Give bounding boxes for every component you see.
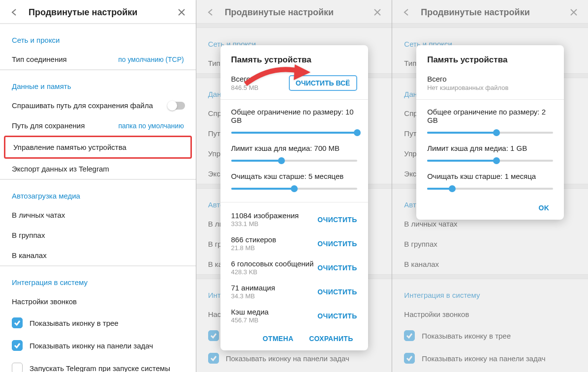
- page-title-dim: Продвинутые настройки: [225, 7, 364, 18]
- settings-header: Продвинутые настройки: [0, 0, 196, 23]
- section-data-title: Данные и память: [0, 70, 196, 95]
- size-limit-label: Общее ограничение по размеру: 10 GB: [231, 108, 357, 124]
- section-autodownload-title: Автозагрузка медиа: [0, 180, 196, 205]
- size-limit-label: Общее ограничение по размеру: 2 GB: [427, 108, 553, 124]
- page-title: Продвинутые настройки: [29, 7, 167, 18]
- clear-older-slider[interactable]: [427, 185, 553, 192]
- media-limit-slider[interactable]: [231, 157, 357, 164]
- back-icon[interactable]: [9, 7, 20, 18]
- cache-item: 866 стикеров21.8 MBОЧИСТИТЬ: [220, 231, 368, 256]
- total-value: Нет кэшированных файлов: [427, 84, 508, 91]
- cache-item: Кэш медиа456.7 MBОЧИСТИТЬ: [220, 304, 368, 328]
- autodl-private-row[interactable]: В личных чатах: [0, 205, 196, 225]
- close-icon[interactable]: [568, 7, 579, 18]
- show-taskbar-icon-check[interactable]: Показывать иконку на панели задач: [0, 334, 196, 357]
- dialog-title: Память устройства: [416, 55, 564, 72]
- clear-all-button[interactable]: ОЧИСТИТЬ ВСЁ: [289, 75, 357, 91]
- section-system-title: Интеграция в систему: [0, 266, 196, 291]
- back-icon[interactable]: [401, 7, 412, 18]
- clear-button[interactable]: ОЧИСТИТЬ: [317, 288, 357, 296]
- checkbox-icon[interactable]: [12, 340, 23, 351]
- media-limit-label: Лимит кэша для медиа: 700 MB: [231, 144, 357, 152]
- cache-item: 6 голосовых сообщений428.3 KBОЧИСТИТЬ: [220, 256, 368, 280]
- ask-save-path-toggle[interactable]: Спрашивать путь для сохранения файла: [0, 95, 196, 115]
- close-icon[interactable]: [372, 7, 383, 18]
- checkbox-icon[interactable]: [12, 363, 23, 372]
- settings-header: Продвинутые настройки: [196, 0, 392, 23]
- close-icon[interactable]: [176, 7, 187, 18]
- clear-button[interactable]: ОЧИСТИТЬ: [317, 240, 357, 248]
- media-limit-label: Лимит кэша для медиа: 1 GB: [427, 144, 553, 152]
- media-limit-slider[interactable]: [427, 157, 553, 164]
- cache-item: 11084 изображения333.1 MBОЧИСТИТЬ: [220, 207, 368, 231]
- device-memory-dialog: Память устройства Всего 846.5 MB ОЧИСТИТ…: [220, 45, 368, 350]
- save-button[interactable]: СОХРАНИТЬ: [309, 335, 353, 343]
- clear-older-label: Очищать кэш старше: 1 месяца: [427, 172, 553, 180]
- size-limit-slider[interactable]: [427, 129, 553, 136]
- save-path-row[interactable]: Путь для сохранения папка по умолчанию: [0, 115, 196, 136]
- total-label: Всего: [231, 75, 259, 83]
- clear-button[interactable]: ОЧИСТИТЬ: [317, 264, 357, 272]
- toggle-icon[interactable]: [168, 102, 185, 110]
- export-data-row[interactable]: Экспорт данных из Telegram: [0, 159, 196, 179]
- clear-older-label: Очищать кэш старше: 5 месяцев: [231, 172, 357, 180]
- size-limit-slider[interactable]: [231, 129, 357, 136]
- clear-button[interactable]: ОЧИСТИТЬ: [317, 216, 357, 224]
- section-network-title: Сеть и прокси: [0, 24, 196, 49]
- total-value: 846.5 MB: [231, 84, 259, 91]
- device-memory-dialog: Память устройства Всего Нет кэшированных…: [416, 45, 564, 220]
- back-icon[interactable]: [205, 7, 216, 18]
- dialog-title: Память устройства: [220, 55, 368, 72]
- ok-button[interactable]: OK: [539, 204, 550, 212]
- cancel-button[interactable]: ОТМЕНА: [263, 335, 293, 343]
- clear-older-slider[interactable]: [231, 185, 357, 192]
- settings-header: Продвинутые настройки: [392, 0, 588, 23]
- autodl-groups-row[interactable]: В группах: [0, 225, 196, 245]
- total-label: Всего: [427, 75, 508, 83]
- autodl-channels-row[interactable]: В каналах: [0, 245, 196, 265]
- connection-type-row[interactable]: Тип соединения по умолчанию (TCP): [0, 49, 196, 69]
- clear-button[interactable]: ОЧИСТИТЬ: [317, 312, 357, 320]
- checkbox-icon[interactable]: [12, 317, 23, 328]
- calls-settings-row[interactable]: Настройки звонков: [0, 291, 196, 312]
- manage-memory-row[interactable]: Управление памятью устройства: [5, 137, 190, 157]
- show-tray-icon-check[interactable]: Показывать иконку в трее: [0, 312, 196, 334]
- cache-item: 71 анимация34.3 MBОЧИСТИТЬ: [220, 280, 368, 304]
- autostart-check[interactable]: Запускать Telegram при запуске системы: [0, 357, 196, 372]
